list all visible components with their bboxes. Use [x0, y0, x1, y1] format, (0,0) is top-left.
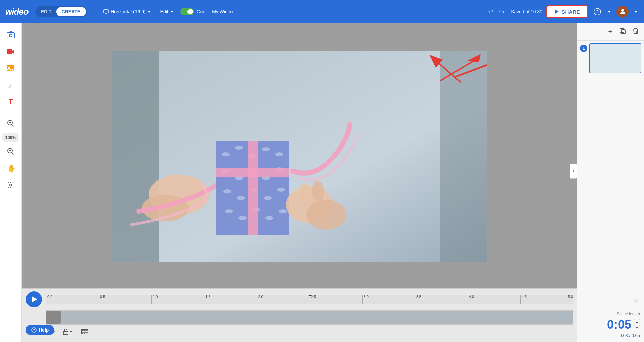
length-increment[interactable]: ▲ [634, 319, 640, 324]
svg-rect-8 [7, 49, 12, 54]
chevron-down-icon2 [170, 11, 174, 13]
sidebar-item-video[interactable] [3, 44, 18, 59]
help-dropdown-btn[interactable] [606, 9, 612, 14]
svg-point-43 [238, 216, 247, 220]
timeline-track[interactable] [46, 310, 573, 325]
tick-1.0: 1.0 [151, 295, 158, 304]
svg-point-42 [225, 209, 233, 213]
sidebar-item-music[interactable]: ♪ [3, 78, 18, 92]
help-circle-icon: ? [31, 327, 37, 333]
share-play-icon [555, 9, 559, 14]
canvas-wrapper [22, 23, 577, 288]
scenes-list: 1 [577, 41, 644, 296]
format-label: Horizontal (16:9) [111, 9, 146, 14]
svg-point-31 [275, 152, 283, 156]
user-avatar[interactable] [616, 6, 629, 18]
undo-redo-group: ↩ ↪ [486, 6, 507, 17]
svg-rect-22 [112, 51, 159, 262]
sidebar-item-text[interactable]: T [3, 94, 18, 109]
lock-icon [63, 328, 69, 335]
user-dropdown-btn[interactable] [633, 9, 639, 14]
video-icon [7, 48, 15, 55]
sidebar-item-settings[interactable] [3, 178, 18, 192]
timeline-top-row: 0.0 0.5 1.0 1.5 2.0 2.5 3.0 3.5 4.0 4.5 … [22, 289, 577, 307]
duplicate-icon [619, 28, 626, 35]
edit-menu[interactable]: Edit [158, 8, 176, 16]
duplicate-scene-btn[interactable] [618, 26, 627, 38]
svg-point-20 [10, 184, 12, 186]
right-panel-bottom: Scene length 0:05 ▲ ▼ 0:03 / 0:05 [577, 307, 644, 342]
film-icon [81, 328, 88, 335]
favorite-btn[interactable]: ☆ [633, 297, 640, 306]
mode-tabs: EDIT CREATE [35, 6, 87, 17]
redo-btn[interactable]: ↪ [497, 6, 507, 17]
settings-icon [7, 181, 14, 189]
scene-art [112, 51, 487, 262]
scene-number-1: 1 [580, 45, 587, 52]
image-icon [7, 65, 15, 72]
tick-5.0: 5.0 [567, 295, 573, 304]
play-button[interactable] [26, 291, 42, 307]
add-scene-btn[interactable]: + [607, 26, 614, 38]
length-stepper: ▲ ▼ [634, 319, 640, 330]
tick-4.5: 4.5 [520, 295, 527, 304]
sidebar-item-image[interactable] [3, 61, 18, 76]
svg-point-28 [235, 146, 243, 150]
svg-point-46 [279, 209, 287, 213]
help-button[interactable]: ? Help [26, 325, 54, 335]
format-dropdown[interactable]: Horizontal (16:9) [101, 8, 154, 16]
my-wideo-btn[interactable]: My Wideo [209, 8, 235, 16]
divider [94, 7, 94, 17]
tick-0.0: 0.0 [46, 295, 52, 304]
scene-length-row: 0:05 ▲ ▼ [607, 318, 640, 332]
timeline-ruler: 0.0 0.5 1.0 1.5 2.0 2.5 3.0 3.5 4.0 4.5 … [46, 295, 573, 304]
tick-0.5: 0.5 [99, 295, 105, 304]
sidebar-item-camera[interactable] [3, 27, 18, 42]
delete-scene-btn[interactable] [631, 26, 640, 38]
scene-length-label: Scene length [616, 312, 640, 316]
topbar: wideo EDIT CREATE Horizontal (16:9) Edit… [0, 0, 644, 23]
edit-tab[interactable]: EDIT [36, 7, 56, 16]
play-icon [32, 296, 37, 302]
svg-text:?: ? [596, 9, 599, 14]
undo-btn[interactable]: ↩ [486, 6, 496, 17]
sidebar-item-zoom-out[interactable] [3, 116, 18, 131]
help-label: Help [39, 327, 49, 333]
lock-btn[interactable] [61, 327, 74, 336]
svg-rect-71 [620, 28, 624, 32]
my-wideo-label: My Wideo [212, 9, 233, 14]
svg-rect-70 [621, 30, 625, 34]
share-button[interactable]: SHARE [546, 5, 588, 18]
tick-2.5: 2.5 [310, 295, 316, 304]
help-icon-btn[interactable]: ? [592, 7, 602, 17]
chevron-down-icon3 [608, 11, 611, 13]
app-logo: wideo [5, 7, 29, 17]
grid-toggle[interactable] [180, 8, 194, 15]
right-panel: + 1 ☆ [577, 23, 644, 342]
zoom-out-icon [7, 120, 14, 127]
video-canvas[interactable] [112, 51, 487, 262]
film-btn[interactable] [79, 327, 90, 336]
svg-rect-47 [248, 141, 258, 235]
timeline: 0.0 0.5 1.0 1.5 2.0 2.5 3.0 3.5 4.0 4.5 … [22, 288, 577, 342]
svg-line-18 [12, 152, 14, 154]
sidebar-item-pan[interactable]: ✋ [3, 161, 18, 176]
ruler-ticks: 0.0 0.5 1.0 1.5 2.0 2.5 3.0 3.5 4.0 4.5 … [46, 295, 573, 304]
right-panel-toolbar: + [577, 23, 644, 41]
edit-menu-label: Edit [160, 9, 168, 14]
playhead[interactable] [310, 295, 310, 304]
scene-preview-1[interactable] [589, 43, 641, 73]
svg-rect-48 [216, 168, 289, 177]
svg-rect-58 [63, 331, 68, 335]
length-decrement[interactable]: ▼ [634, 325, 640, 330]
scene-card-1[interactable]: 1 [580, 43, 641, 73]
share-label: SHARE [561, 9, 580, 15]
sidebar-item-zoom-in[interactable] [3, 144, 18, 159]
svg-text:?: ? [33, 328, 35, 332]
zoom-level[interactable]: 100% [2, 133, 19, 142]
chevron-down-icon4 [634, 11, 637, 13]
expand-panel-btn[interactable]: > [570, 164, 577, 179]
create-tab[interactable]: CREATE [56, 7, 86, 16]
svg-point-5 [621, 9, 624, 12]
tick-2.0: 2.0 [257, 295, 263, 304]
